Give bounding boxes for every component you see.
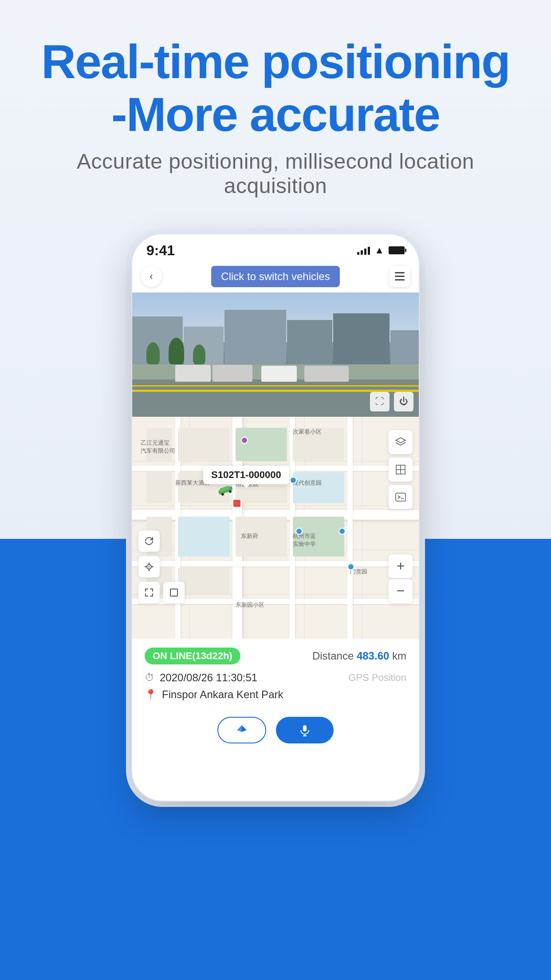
expand-left-button[interactable] (138, 582, 160, 603)
svg-point-11 (149, 566, 150, 567)
block-2 (178, 428, 229, 461)
block-10 (178, 568, 229, 594)
microphone-icon (299, 724, 311, 736)
building-3 (224, 310, 287, 364)
menu-line-1 (395, 272, 405, 273)
menu-line-3 (395, 279, 405, 281)
map-label-4: 杭州市蓝实验中学 (293, 532, 316, 548)
phone-frame: 9:41 ▲ ‹ Click to switch vehicles (131, 233, 420, 802)
info-panel: ON LINE(13d22h) Distance 483.60 km ⏱ 202… (132, 639, 419, 709)
action-buttons (132, 709, 419, 757)
datetime-label: 2020/08/26 11:30:51 (160, 672, 257, 684)
expand-buttons (138, 582, 185, 603)
svg-rect-16 (170, 589, 177, 596)
battery-icon (389, 246, 405, 254)
menu-button[interactable] (390, 266, 410, 287)
terminal-button[interactable] (389, 485, 413, 509)
clock-icon: ⏱ (145, 672, 154, 684)
road-line-2 (132, 385, 419, 387)
wifi-icon: ▲ (374, 245, 384, 256)
parked-car-1 (175, 365, 211, 382)
distance-display: Distance 483.60 km (312, 650, 406, 662)
microphone-button[interactable] (276, 717, 334, 743)
navigate-icon (236, 724, 248, 736)
map-controls-left (138, 530, 185, 603)
navigate-button[interactable] (217, 717, 266, 743)
expand-left-icon (144, 588, 154, 597)
nav-bar: ‹ Click to switch vehicles (132, 262, 419, 292)
block-3 (146, 472, 172, 503)
power-button[interactable]: ⏻ (394, 392, 413, 411)
svg-marker-18 (237, 725, 242, 732)
status-icons: ▲ (357, 245, 405, 256)
block-14 (293, 472, 344, 503)
parked-car-2 (213, 365, 252, 382)
gps-label: GPS Position (348, 672, 406, 684)
refresh-icon (144, 536, 154, 546)
building-4 (287, 320, 332, 364)
tree-3 (193, 344, 205, 364)
signal-bars-icon (357, 246, 370, 255)
poi-4 (338, 528, 346, 535)
signal-bar-4 (368, 247, 370, 255)
expand-right-icon (169, 588, 179, 597)
distance-unit: km (392, 650, 406, 662)
title-line2: -More accurate (111, 87, 440, 141)
menu-line-2 (395, 276, 405, 277)
location-button[interactable] (138, 556, 160, 577)
poi-hospital (232, 499, 241, 508)
zoom-out-label: − (397, 583, 405, 599)
distance-label: Distance (312, 650, 354, 662)
poi-2 (290, 477, 297, 484)
terminal-icon (395, 491, 406, 503)
back-arrow-icon: ‹ (150, 271, 153, 282)
switch-vehicles-button[interactable]: Click to switch vehicles (211, 266, 339, 287)
parked-car-3 (261, 366, 297, 382)
svg-rect-19 (303, 725, 307, 731)
layers-icon (395, 436, 406, 448)
info-row-2: ⏱ 2020/08/26 11:30:51 GPS Position (145, 672, 406, 684)
svg-marker-17 (242, 725, 247, 732)
subtitle: Accurate positioning, millisecond locati… (27, 149, 524, 198)
grid-v-4 (362, 417, 362, 639)
street-view-image: ⛶ ⏻ (132, 292, 419, 417)
trees-row (146, 338, 205, 364)
map-label-1: 乙江元通宝汽车有限公司 (141, 439, 175, 455)
location-pin-icon: 📍 (145, 689, 157, 700)
svg-marker-4 (396, 438, 405, 443)
info-row-1: ON LINE(13d22h) Distance 483.60 km (145, 648, 406, 664)
main-title: Real-time positioning -More accurate (27, 36, 524, 141)
map-label-3: 东新府 (241, 532, 258, 540)
map-label-6: 东新园小区 (236, 601, 264, 609)
back-button[interactable]: ‹ (141, 266, 161, 287)
map-controls-right (389, 430, 413, 509)
phone-mockup: 9:41 ▲ ‹ Click to switch vehicles (131, 233, 420, 802)
parked-car-4 (304, 366, 349, 382)
fence-icon (395, 464, 406, 475)
street-view-controls: ⛶ ⏻ (370, 392, 413, 411)
status-time: 9:41 (146, 242, 175, 259)
zoom-in-button[interactable]: + (389, 554, 413, 578)
building-6 (390, 330, 419, 364)
poi-1 (241, 437, 248, 444)
map-label-8: 现代创意园 (293, 479, 322, 487)
signal-bar-3 (364, 249, 366, 255)
online-badge: ON LINE(13d22h) (145, 648, 240, 664)
zoom-out-button[interactable]: − (389, 579, 413, 603)
expand-button[interactable]: ⛶ (370, 392, 390, 411)
zoom-in-label: + (397, 558, 405, 574)
crosshair-icon (144, 561, 154, 572)
tree-1 (146, 342, 160, 364)
refresh-button[interactable] (138, 530, 160, 552)
info-row-3: 📍 Finspor Ankara Kent Park (145, 688, 406, 701)
building-5 (333, 313, 390, 365)
road-v-3 (347, 417, 353, 639)
status-bar: 9:41 ▲ (132, 234, 419, 262)
expand-right-button[interactable] (163, 582, 185, 603)
tree-2 (169, 338, 184, 364)
fence-button[interactable] (389, 458, 413, 482)
poi-3 (295, 528, 303, 535)
vehicle-id-label: S102T1-000000 (211, 469, 281, 480)
title-line1: Real-time positioning (41, 35, 510, 88)
layers-button[interactable] (389, 430, 413, 454)
